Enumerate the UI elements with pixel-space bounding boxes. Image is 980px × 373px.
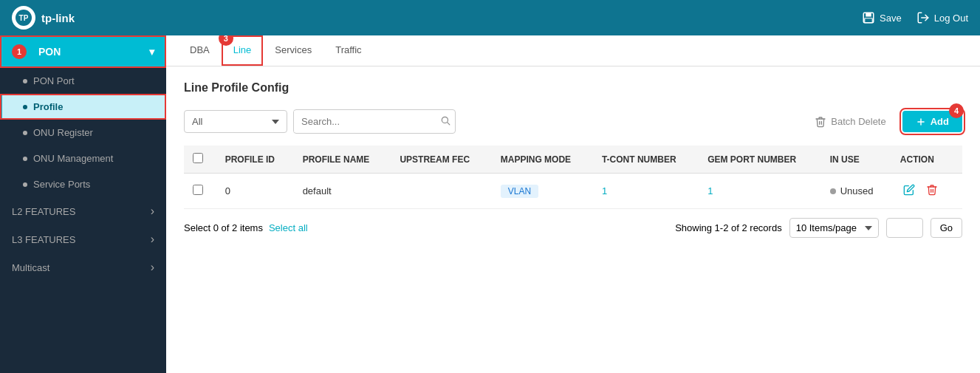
batch-delete-button[interactable]: Batch Delete bbox=[804, 111, 896, 133]
toolbar-right: Batch Delete 4 Add bbox=[804, 111, 962, 133]
tab-dba[interactable]: DBA bbox=[178, 35, 222, 66]
filter-select[interactable]: All In Use Unused bbox=[184, 110, 287, 133]
sidebar-item-label: ONU Register bbox=[33, 127, 93, 138]
data-table: PROFILE ID PROFILE NAME UPSTREAM FEC MAP… bbox=[184, 146, 962, 209]
showing-records: Showing 1-2 of 2 records bbox=[675, 222, 782, 233]
th-in-use: IN USE bbox=[821, 146, 891, 174]
td-checkbox bbox=[184, 174, 216, 209]
search-box bbox=[293, 109, 456, 134]
select-all-checkbox[interactable] bbox=[193, 153, 203, 163]
plus-icon bbox=[916, 117, 926, 127]
page-input[interactable] bbox=[886, 218, 923, 238]
th-gem-port-number: GEM PORT NUMBER bbox=[699, 146, 820, 174]
sidebar-group-label: Multicast bbox=[12, 262, 49, 273]
sidebar-item-onu-register[interactable]: ONU Register bbox=[0, 120, 166, 146]
td-mapping-mode: VLAN bbox=[492, 174, 593, 209]
sidebar-item-pon-port[interactable]: PON Port bbox=[0, 68, 166, 94]
add-badge: 4 bbox=[949, 103, 964, 118]
top-nav: TP tp-link Save Log Out bbox=[0, 0, 980, 35]
go-button[interactable]: Go bbox=[931, 218, 962, 238]
row-checkbox[interactable] bbox=[193, 185, 203, 195]
per-page-select[interactable]: 10 Items/page 20 Items/page 50 Items/pag… bbox=[789, 218, 879, 238]
search-icon bbox=[440, 115, 450, 126]
logo: TP tp-link bbox=[12, 6, 75, 30]
th-upstream-fec: UPSTREAM FEC bbox=[391, 146, 491, 174]
svg-line-7 bbox=[448, 123, 450, 125]
in-use-status: Unused bbox=[830, 185, 874, 196]
dot-icon bbox=[23, 157, 27, 161]
pon-label: PON bbox=[38, 46, 61, 58]
t-cont-link[interactable]: 1 bbox=[602, 185, 607, 196]
td-gem-port-number: 1 bbox=[699, 174, 820, 209]
tab-traffic[interactable]: Traffic bbox=[323, 35, 373, 66]
table-row: 0 default VLAN 1 1 Unused bbox=[184, 174, 962, 209]
sidebar-item-label: PON Port bbox=[33, 75, 75, 86]
td-in-use: Unused bbox=[821, 174, 891, 209]
tab-line[interactable]: 3 Line bbox=[222, 35, 264, 66]
chevron-right-icon bbox=[151, 233, 154, 246]
batch-delete-label: Batch Delete bbox=[831, 116, 885, 127]
chevron-right-icon bbox=[151, 205, 154, 218]
toolbar-left: All In Use Unused bbox=[184, 109, 456, 134]
th-profile-id: PROFILE ID bbox=[216, 146, 294, 174]
table-header-row: PROFILE ID PROFILE NAME UPSTREAM FEC MAP… bbox=[184, 146, 962, 174]
search-button[interactable] bbox=[433, 110, 456, 133]
select-count: Select 0 of 2 items bbox=[184, 222, 263, 233]
tabs-bar: DBA 3 Line Services Traffic bbox=[166, 35, 980, 66]
th-profile-name: PROFILE NAME bbox=[294, 146, 391, 174]
th-mapping-mode: MAPPING MODE bbox=[492, 146, 593, 174]
main-content: DBA 3 Line Services Traffic Line Profile… bbox=[166, 35, 980, 373]
logout-button[interactable]: Log Out bbox=[916, 11, 968, 24]
table-footer: Select 0 of 2 items Select all Showing 1… bbox=[184, 209, 962, 247]
save-icon bbox=[862, 11, 875, 24]
logo-text: tp-link bbox=[41, 12, 75, 24]
th-action: ACTION bbox=[891, 146, 962, 174]
page-title: Line Profile Config bbox=[184, 81, 962, 95]
pon-dropdown[interactable]: 1 PON ▾ bbox=[0, 35, 166, 68]
sidebar-group-label: L3 FEATURES bbox=[12, 234, 75, 245]
delete-button[interactable] bbox=[923, 181, 941, 201]
th-t-cont-number: T-CONT NUMBER bbox=[593, 146, 699, 174]
sidebar-group-l2[interactable]: L2 FEATURES bbox=[0, 197, 166, 225]
gem-port-link[interactable]: 1 bbox=[707, 185, 713, 196]
mapping-mode-badge: VLAN bbox=[501, 185, 538, 198]
footer-left: Select 0 of 2 items Select all bbox=[184, 222, 308, 233]
tab-services[interactable]: Services bbox=[263, 35, 323, 66]
footer-right: Showing 1-2 of 2 records 10 Items/page 2… bbox=[675, 218, 962, 238]
dot-icon bbox=[23, 79, 27, 83]
top-nav-actions: Save Log Out bbox=[862, 11, 968, 24]
sidebar-item-label: ONU Management bbox=[33, 153, 113, 164]
sidebar-group-label: L2 FEATURES bbox=[12, 206, 75, 217]
edit-icon bbox=[903, 184, 915, 196]
svg-text:TP: TP bbox=[19, 14, 29, 22]
sidebar-item-profile[interactable]: Profile bbox=[0, 94, 166, 120]
svg-rect-4 bbox=[865, 18, 873, 23]
save-button[interactable]: Save bbox=[862, 11, 902, 24]
sidebar-group-multicast[interactable]: Multicast bbox=[0, 253, 166, 281]
dot-icon bbox=[23, 131, 27, 135]
sidebar-group-l3[interactable]: L3 FEATURES bbox=[0, 225, 166, 253]
sidebar-item-onu-management[interactable]: ONU Management bbox=[0, 146, 166, 171]
search-input[interactable] bbox=[294, 111, 433, 132]
select-all-link[interactable]: Select all bbox=[269, 222, 308, 233]
main-layout: 1 PON ▾ PON Port Profile ONU Register ON… bbox=[0, 35, 980, 373]
pon-badge: 1 bbox=[12, 44, 27, 59]
dot-icon bbox=[23, 182, 27, 187]
td-profile-name: default bbox=[294, 174, 391, 209]
sidebar-item-service-ports[interactable]: Service Ports bbox=[0, 171, 166, 197]
add-label: Add bbox=[931, 116, 949, 127]
chevron-down-icon: ▾ bbox=[149, 46, 154, 58]
toolbar: All In Use Unused bbox=[184, 109, 962, 134]
logo-icon: TP bbox=[12, 6, 35, 30]
page-content: Line Profile Config All In Use Unused bbox=[166, 66, 980, 261]
add-button[interactable]: 4 Add bbox=[902, 111, 962, 132]
logout-icon bbox=[916, 11, 930, 24]
svg-rect-3 bbox=[866, 13, 871, 16]
pon-section: 1 PON ▾ PON Port Profile ONU Register ON… bbox=[0, 35, 166, 197]
td-action bbox=[891, 174, 962, 209]
td-profile-id: 0 bbox=[216, 174, 294, 209]
edit-button[interactable] bbox=[900, 181, 918, 201]
sidebar-item-label: Profile bbox=[33, 101, 63, 112]
dot-icon bbox=[23, 105, 27, 109]
sidebar: 1 PON ▾ PON Port Profile ONU Register ON… bbox=[0, 35, 166, 373]
